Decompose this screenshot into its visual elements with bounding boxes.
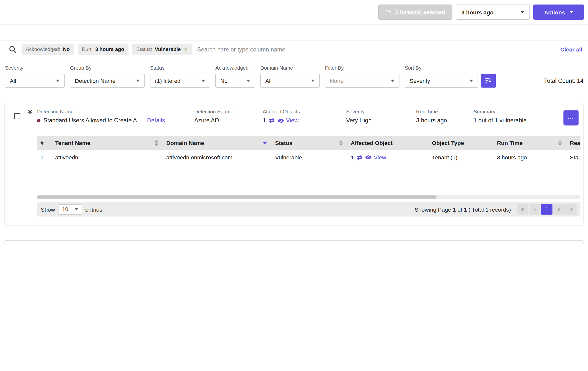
row-menu-button[interactable]: ... bbox=[563, 110, 579, 126]
collapse-chevron-icon[interactable]: » bbox=[26, 110, 35, 120]
filter-label: Status bbox=[150, 65, 210, 71]
table-footer: Show 10 entries Showing Page 1 of 1 ( To… bbox=[37, 202, 581, 217]
detection-name: Standard Users Allowed to Create A... bbox=[44, 117, 142, 124]
select-value: No bbox=[220, 77, 228, 84]
search-input[interactable] bbox=[197, 46, 556, 53]
actions-button[interactable]: Actions bbox=[533, 4, 584, 20]
view-link[interactable]: View bbox=[286, 117, 299, 124]
chip-label: Status: bbox=[136, 46, 152, 52]
ellipsis-icon: ... bbox=[568, 113, 574, 120]
sort-by-select[interactable]: Severity bbox=[405, 74, 478, 88]
caret-down-icon bbox=[56, 80, 60, 82]
sorted-desc-icon[interactable] bbox=[263, 142, 267, 144]
toolbar-actions: 1 forest(s) selected 3 hours ago Actions bbox=[378, 4, 584, 20]
filter-chip-acknowledged[interactable]: Acknowledged: No bbox=[22, 44, 74, 55]
cell-clipped: Sta bbox=[566, 150, 580, 165]
detection-source-col: Detection Source Azure AD bbox=[194, 109, 263, 124]
run-time-label: Run Time bbox=[416, 109, 474, 115]
detection-source-label: Detection Source bbox=[194, 109, 263, 115]
filter-label: Severity bbox=[5, 65, 65, 71]
search-icon bbox=[9, 46, 16, 53]
first-page-button[interactable]: « bbox=[517, 204, 528, 215]
sort-icons[interactable] bbox=[339, 140, 343, 146]
page-size-value: 10 bbox=[62, 206, 68, 212]
cell-affected: 1 ⇄ View bbox=[347, 150, 429, 165]
col-header-clipped: Rea bbox=[566, 136, 580, 150]
pagination: « ‹ 1 › » bbox=[517, 204, 577, 215]
status-select[interactable]: (1) filtered bbox=[150, 74, 210, 88]
actions-label: Actions bbox=[544, 9, 565, 15]
chip-close-icon[interactable]: × bbox=[184, 46, 188, 53]
page-number-button[interactable]: 1 bbox=[541, 204, 553, 215]
horizontal-scrollbar[interactable] bbox=[37, 195, 581, 199]
col-header-num: # bbox=[37, 136, 52, 150]
run-time-value: 3 hours ago bbox=[416, 117, 474, 124]
table-spacer bbox=[37, 165, 581, 195]
cell-num: 1 bbox=[37, 150, 52, 165]
row-checkbox[interactable] bbox=[14, 113, 20, 119]
details-link[interactable]: Details bbox=[147, 117, 165, 124]
chip-value: 3 hours ago bbox=[95, 46, 124, 52]
col-header-domain[interactable]: Domain Name bbox=[163, 136, 272, 150]
last-page-button[interactable]: » bbox=[565, 204, 577, 215]
caret-down-icon bbox=[136, 80, 140, 82]
search-bar: Acknowledged: No Run: 3 hours ago Status… bbox=[0, 41, 588, 58]
sort-direction-button[interactable] bbox=[481, 74, 496, 88]
detection-row: » Detection Name Standard Users Allowed … bbox=[5, 241, 583, 244]
cell-tenant: attivoedn bbox=[52, 150, 163, 165]
filter-chip-run[interactable]: Run: 3 hours ago bbox=[78, 44, 128, 55]
clear-all-link[interactable]: Clear all bbox=[560, 46, 583, 52]
filter-label: Acknowledged bbox=[215, 65, 255, 71]
swap-icon[interactable]: ⇄ bbox=[269, 117, 275, 124]
caret-down-icon bbox=[311, 80, 315, 82]
cell-run-time: 3 hours ago bbox=[493, 150, 566, 165]
filter-by: Filter By None bbox=[325, 65, 399, 88]
severity-value: Very High bbox=[346, 117, 416, 124]
sort-icons[interactable] bbox=[558, 140, 562, 146]
chip-label: Acknowledged: bbox=[26, 46, 60, 52]
detection-card: » Detection Name Standard Users Allowed … bbox=[4, 240, 584, 244]
caret-down-icon bbox=[201, 80, 205, 82]
filter-chip-status[interactable]: Status: Vulnerable × bbox=[132, 44, 192, 55]
col-header-tenant[interactable]: Tenant Name bbox=[52, 136, 163, 150]
detection-source-value: Azure AD bbox=[194, 117, 263, 124]
total-count: Total Count: 14 bbox=[544, 74, 583, 88]
filter-label: Domain Name bbox=[260, 65, 320, 71]
filter-label: Sort By bbox=[405, 65, 496, 71]
entries-label: entries bbox=[85, 206, 102, 213]
swap-icon[interactable]: ⇄ bbox=[357, 154, 363, 161]
time-range-select[interactable]: 3 hours ago bbox=[456, 4, 530, 20]
select-value: Detection Name bbox=[75, 77, 115, 84]
caret-down-icon bbox=[469, 80, 473, 82]
domain-name-select[interactable]: All bbox=[260, 74, 320, 88]
forest-selected-button[interactable]: 1 forest(s) selected bbox=[378, 4, 452, 20]
group-by-select[interactable]: Detection Name bbox=[70, 74, 145, 88]
filter-acknowledged: Acknowledged No bbox=[215, 65, 255, 88]
caret-down-icon bbox=[391, 80, 394, 82]
severity-label: Severity bbox=[346, 109, 416, 115]
next-page-button[interactable]: › bbox=[553, 204, 565, 215]
severity-select[interactable]: All bbox=[5, 74, 65, 88]
show-label: Show bbox=[41, 206, 55, 213]
time-range-value: 3 hours ago bbox=[461, 9, 493, 15]
prev-page-button[interactable]: ‹ bbox=[529, 204, 540, 215]
eye-icon bbox=[365, 155, 372, 160]
filter-by-select[interactable]: None bbox=[325, 74, 399, 88]
summary-value: 1 out of 1 vulnerable bbox=[474, 117, 553, 124]
cell-domain: attivoedn.onmicrosoft.com bbox=[163, 150, 272, 165]
caret-down-icon bbox=[246, 80, 250, 82]
scrollbar-thumb[interactable] bbox=[37, 195, 437, 199]
sort-icons[interactable] bbox=[154, 140, 158, 146]
page-size-select[interactable]: 10 bbox=[58, 204, 82, 214]
col-header-status[interactable]: Status bbox=[272, 136, 347, 150]
detection-name-col: Detection Name Standard Users Allowed to… bbox=[37, 109, 194, 124]
chip-value: Vulnerable bbox=[155, 46, 181, 52]
view-link[interactable]: View bbox=[374, 154, 386, 161]
filter-status: Status (1) filtered bbox=[150, 65, 210, 88]
run-time-col: Run Time 3 hours ago bbox=[416, 109, 474, 124]
top-toolbar: 1 forest(s) selected 3 hours ago Actions bbox=[0, 0, 588, 25]
chip-value: No bbox=[63, 46, 70, 52]
acknowledged-select[interactable]: No bbox=[215, 74, 255, 88]
col-header-run-time[interactable]: Run Time bbox=[493, 136, 566, 150]
caret-down-icon bbox=[74, 208, 78, 210]
